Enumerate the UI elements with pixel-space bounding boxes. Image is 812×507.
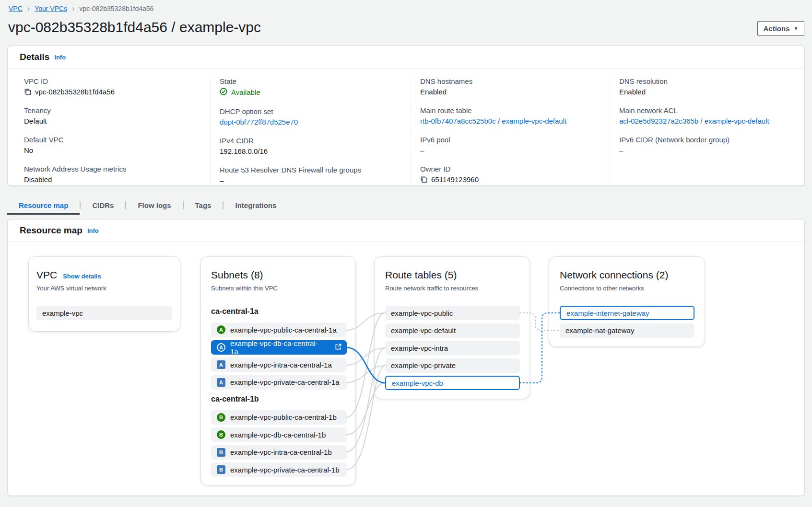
resource-map-info-link[interactable]: Info — [87, 227, 99, 234]
field-tenancy: Tenancy Default — [24, 106, 210, 125]
default-vpc-value: No — [24, 146, 210, 154]
subnet-item-private-1b[interactable]: B example-vpc-private-ca-central-1b — [211, 462, 347, 477]
copy-icon[interactable] — [24, 88, 31, 95]
connection-item-internet-gateway-highlighted[interactable]: example-internet-gateway — [560, 306, 694, 320]
subnet-item-intra-1b[interactable]: B example-vpc-intra-ca-central-1b — [211, 445, 347, 460]
vpc-card-subtitle: Your AWS virtual network — [36, 284, 172, 292]
field-ipv6-pool: IPv6 pool – — [420, 136, 610, 154]
subnet-item-intra-1a[interactable]: A example-vpc-intra-ca-central-1a — [211, 357, 347, 372]
breadcrumb-separator-icon: › — [27, 5, 30, 12]
public-subnet-icon: B — [217, 413, 225, 422]
tenancy-value: Default — [24, 117, 210, 125]
route-tables-card-title: Route tables (5) — [385, 269, 457, 281]
details-column-4: DNS resolution Enabled Main network ACL … — [610, 77, 805, 195]
actions-button[interactable]: Actions ▼ — [757, 21, 804, 36]
details-grid: VPC ID vpc-082b35328b1fd4a56 Tenancy Def… — [8, 69, 804, 195]
actions-button-label: Actions — [764, 24, 790, 33]
vpc-item-example-vpc[interactable]: example-vpc — [36, 306, 172, 320]
page-title: vpc-082b35328b1fd4a56 / example-vpc — [8, 19, 261, 35]
field-default-vpc: Default VPC No — [24, 136, 210, 154]
owner-id-value: 651149123960 — [431, 175, 479, 184]
nau-metrics-value: Disabled — [24, 175, 210, 184]
field-ipv4-cidr: IPv4 CIDR 192.168.0.0/16 — [220, 137, 411, 155]
route-table-item-public[interactable]: example-vpc-public — [385, 306, 520, 320]
route-table-item-private[interactable]: example-vpc-private — [385, 358, 520, 373]
details-column-1: VPC ID vpc-082b35328b1fd4a56 Tenancy Def… — [8, 77, 210, 195]
details-column-2: State Available DHCP option set dopt-0bf… — [210, 77, 411, 195]
selected-subnet-icon: A — [217, 343, 225, 352]
private-subnet-icon: B — [217, 448, 225, 457]
route-tables-card: Route tables (5) Route network traffic t… — [375, 257, 530, 399]
status-available-icon — [220, 88, 227, 97]
external-link-icon[interactable] — [335, 343, 342, 352]
field-main-route-table: Main route table rtb-0fb7407a8cc525b0c /… — [420, 106, 610, 125]
tab-integrations[interactable]: Integrations — [224, 197, 288, 215]
field-main-network-acl: Main network ACL acl-02e5d92327a2c365b /… — [619, 106, 805, 125]
dhcp-option-set-link[interactable]: dopt-0bf772ff87d525e70 — [220, 118, 411, 126]
az-group-header-ca-central-1a: ca-central-1a — [211, 307, 347, 316]
tab-tags[interactable]: Tags — [184, 197, 223, 215]
tab-cidrs[interactable]: CIDRs — [81, 197, 125, 215]
field-dhcp-option-set: DHCP option set dopt-0bf772ff87d525e70 — [220, 107, 411, 126]
subnet-item-db-1a-selected[interactable]: A example-vpc-db-ca-central-1a — [211, 340, 347, 355]
subnets-card-subtitle: Subnets within this VPC — [211, 284, 347, 292]
field-vpc-id: VPC ID vpc-082b35328b1fd4a56 — [24, 77, 210, 96]
vpc-card-title: VPC — [36, 269, 57, 281]
details-column-3: DNS hostnames Enabled Main route table r… — [411, 77, 610, 195]
subnet-item-private-1a[interactable]: A example-vpc-private-ca-central-1a — [211, 375, 347, 390]
field-owner-id: Owner ID 651149123960 — [420, 165, 610, 184]
resource-map-title: Resource map — [20, 225, 82, 236]
subnets-card-title: Subnets (8) — [211, 269, 263, 281]
vpc-id-value: vpc-082b35328b1fd4a56 — [35, 88, 115, 96]
main-route-table-link[interactable]: rtb-0fb7407a8cc525b0c / example-vpc-defa… — [420, 117, 610, 125]
dns-hostnames-value: Enabled — [420, 88, 610, 96]
resource-map-header: Resource map Info — [8, 219, 804, 242]
route-tables-card-subtitle: Route network traffic to resources — [385, 284, 520, 292]
subnet-item-db-1b[interactable]: B example-vpc-db-ca-central-1b — [211, 427, 347, 442]
route-table-item-db-highlighted[interactable]: example-vpc-db — [385, 376, 520, 390]
route-table-item-intra[interactable]: example-vpc-intra — [385, 341, 520, 355]
field-route53-firewall: Route 53 Resolver DNS Firewall rule grou… — [220, 166, 411, 184]
tab-flow-logs[interactable]: Flow logs — [126, 197, 182, 215]
breadcrumb-current: vpc-082b35328b1fd4a56 — [79, 5, 153, 12]
breadcrumb-link-vpc[interactable]: VPC — [9, 5, 23, 12]
ipv4-cidr-value: 192.168.0.0/16 — [220, 147, 411, 155]
field-ipv6-cidr: IPv6 CIDR (Network border group) – — [619, 136, 805, 154]
connection-item-nat-gateway[interactable]: example-nat-gateway — [560, 323, 694, 338]
details-panel: Details Info VPC ID vpc-082b35328b1fd4a5… — [7, 46, 805, 186]
state-value: Available — [231, 88, 260, 96]
breadcrumb: VPC › Your VPCs › vpc-082b35328b1fd4a56 — [9, 5, 153, 12]
main-network-acl-link[interactable]: acl-02e5d92327a2c365b / example-vpc-defa… — [619, 117, 805, 125]
az-group-header-ca-central-1b: ca-central-1b — [211, 394, 347, 404]
chevron-down-icon: ▼ — [794, 26, 799, 31]
ipv6-pool-value: – — [420, 146, 610, 154]
field-nau-metrics: Network Address Usage metrics Disabled — [24, 165, 210, 184]
details-title: Details — [20, 52, 49, 62]
details-info-link[interactable]: Info — [54, 54, 66, 61]
dns-resolution-value: Enabled — [619, 88, 805, 96]
public-subnet-icon: B — [217, 430, 225, 439]
route-table-item-default[interactable]: example-vpc-default — [385, 323, 520, 338]
private-subnet-icon: B — [217, 465, 225, 474]
subnet-item-public-1b[interactable]: B example-vpc-public-ca-central-1b — [211, 410, 347, 425]
private-subnet-icon: A — [217, 378, 225, 387]
breadcrumb-link-your-vpcs[interactable]: Your VPCs — [35, 5, 67, 12]
route53-firewall-value: – — [220, 176, 411, 184]
breadcrumb-separator-icon: › — [72, 5, 74, 12]
tab-bar: Resource map CIDRs Flow logs Tags Integr… — [7, 197, 288, 215]
field-state: State Available — [220, 77, 411, 97]
vpc-show-details-link[interactable]: Show details — [63, 273, 101, 280]
copy-icon[interactable] — [420, 176, 427, 183]
details-header: Details Info — [8, 46, 804, 69]
network-connections-card-subtitle: Connections to other networks — [560, 284, 694, 292]
ipv6-cidr-value: – — [619, 146, 805, 154]
tab-resource-map[interactable]: Resource map — [7, 197, 80, 215]
network-connections-card: Network connections (2) Connections to o… — [549, 257, 705, 346]
subnet-item-public-1a[interactable]: A example-vpc-public-ca-central-1a — [211, 323, 347, 337]
vpc-card: VPC Show details Your AWS virtual networ… — [29, 257, 180, 331]
subnets-card: Subnets (8) Subnets within this VPC ca-c… — [201, 257, 355, 485]
private-subnet-icon: A — [217, 360, 225, 369]
field-dns-hostnames: DNS hostnames Enabled — [420, 77, 610, 96]
network-connections-card-title: Network connections (2) — [560, 269, 668, 281]
field-dns-resolution: DNS resolution Enabled — [619, 77, 805, 96]
